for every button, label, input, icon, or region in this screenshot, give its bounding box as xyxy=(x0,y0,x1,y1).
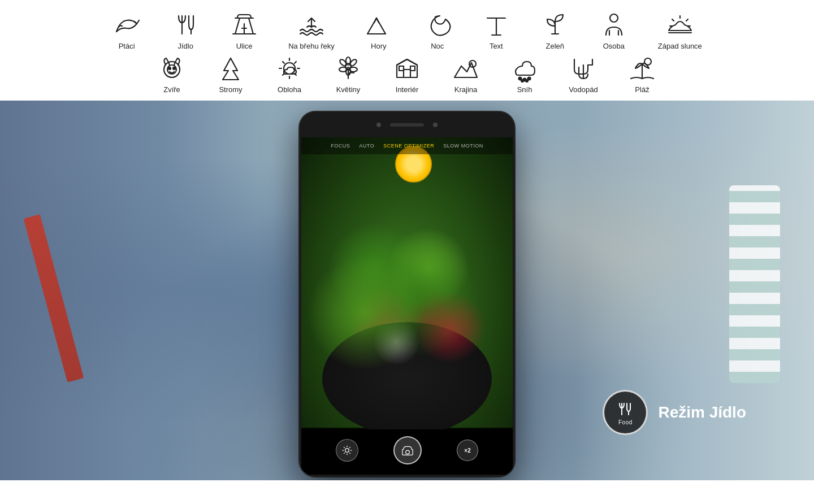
icon-snih[interactable]: Sníh xyxy=(510,54,539,94)
front-camera xyxy=(376,123,381,127)
person-blur-left xyxy=(0,101,271,480)
icon-krajina-label: Krajina xyxy=(454,85,477,94)
icon-zvire[interactable]: Zvíře xyxy=(157,54,187,94)
photo-section: FOCUS AUTO SCENE OPTIMIZER SLOW MOTION xyxy=(0,101,814,480)
camera-mode-bar: FOCUS AUTO SCENE OPTIMIZER SLOW MOTION xyxy=(301,137,513,154)
svg-point-20 xyxy=(168,67,171,69)
icon-interier-label: Interiér xyxy=(396,85,418,94)
icons-row-1: Ptáci Jídlo Ulice xyxy=(112,10,702,50)
icon-osoba[interactable]: Osoba xyxy=(599,10,629,50)
mode-auto[interactable]: AUTO xyxy=(359,143,374,149)
food-icon-label: Food xyxy=(618,419,633,425)
phone-top-bar xyxy=(300,112,514,137)
front-sensor xyxy=(433,123,438,127)
icon-reka[interactable]: Na břehu řeky xyxy=(288,10,335,50)
food-preview xyxy=(301,137,513,429)
shutter-button[interactable] xyxy=(393,436,422,464)
svg-point-44 xyxy=(519,77,522,80)
icon-noc-label: Noc xyxy=(431,42,444,50)
icon-kvetiny[interactable]: Květiny xyxy=(334,54,363,94)
phone-body: FOCUS AUTO SCENE OPTIMIZER SLOW MOTION xyxy=(300,112,514,476)
icon-stromy[interactable]: Stromy xyxy=(216,54,245,94)
svg-point-18 xyxy=(164,62,180,77)
icon-jidlo[interactable]: Jídlo xyxy=(171,10,200,50)
food-mode-text: Režim Jídlo xyxy=(658,403,746,422)
icons-section: Ptáci Jídlo Ulice xyxy=(0,0,814,101)
svg-rect-41 xyxy=(399,66,404,71)
svg-line-30 xyxy=(295,62,296,63)
svg-point-54 xyxy=(406,450,410,454)
icon-obloha[interactable]: Obloha xyxy=(275,54,304,94)
svg-point-21 xyxy=(173,67,175,69)
icon-obloha-label: Obloha xyxy=(278,85,301,94)
food-icon-circle: Food xyxy=(603,390,648,435)
icon-plaz-label: Pláž xyxy=(635,85,649,94)
icon-snih-label: Sníh xyxy=(517,85,532,94)
icon-vodopad[interactable]: Vodopád xyxy=(569,54,598,94)
icon-vodopad-label: Vodopád xyxy=(569,85,597,94)
svg-point-52 xyxy=(644,58,651,65)
icon-zapad-slunce-label: Západ slunce xyxy=(658,42,702,50)
svg-line-12 xyxy=(672,19,674,21)
icon-jidlo-label: Jídlo xyxy=(177,42,193,50)
icon-ptaci-label: Ptáci xyxy=(119,42,135,50)
icon-interier[interactable]: Interiér xyxy=(392,54,422,94)
food-mode-badge: Food Režim Jídlo xyxy=(603,390,746,435)
icon-zvire-label: Zvíře xyxy=(163,85,180,94)
icon-hory[interactable]: Hory xyxy=(364,10,393,50)
icon-ptaci[interactable]: Ptáci xyxy=(112,10,141,50)
icon-noc[interactable]: Noc xyxy=(423,10,452,50)
icon-plaz[interactable]: Pláž xyxy=(627,54,657,94)
svg-point-10 xyxy=(610,14,618,22)
svg-rect-40 xyxy=(404,69,410,77)
svg-point-48 xyxy=(526,80,528,82)
zoom-label: ×2 xyxy=(464,447,470,454)
mode-focus[interactable]: FOCUS xyxy=(331,143,350,149)
icon-zelen-label: Zeleň xyxy=(546,42,565,50)
icon-ulice[interactable]: Ulice xyxy=(230,10,259,50)
lemon-slice xyxy=(395,154,435,174)
icon-osoba-label: Osoba xyxy=(603,42,625,50)
icon-krajina[interactable]: Krajina xyxy=(451,54,480,94)
icon-text[interactable]: Text xyxy=(482,10,511,50)
icon-text-label: Text xyxy=(490,42,503,50)
icon-stromy-label: Stromy xyxy=(219,85,242,94)
icon-reka-label: Na břehu řeky xyxy=(288,42,335,50)
mode-slow-motion[interactable]: SLOW MOTION xyxy=(443,143,483,149)
svg-line-28 xyxy=(283,62,284,63)
svg-line-13 xyxy=(686,19,688,21)
camera-bottom-controls: ×2 xyxy=(301,428,513,473)
icon-zapad-slunce[interactable]: Západ slunce xyxy=(658,10,702,50)
icon-hory-label: Hory xyxy=(371,42,386,50)
striped-bottle xyxy=(729,185,780,383)
camera-screen: FOCUS AUTO SCENE OPTIMIZER SLOW MOTION xyxy=(301,137,513,475)
svg-point-47 xyxy=(521,80,523,82)
camera-settings-button[interactable] xyxy=(336,439,358,462)
phone-device: FOCUS AUTO SCENE OPTIMIZER SLOW MOTION xyxy=(300,112,514,476)
icon-kvetiny-label: Květiny xyxy=(336,85,361,94)
svg-point-53 xyxy=(345,449,349,453)
phone-speaker xyxy=(390,123,424,127)
icon-ulice-label: Ulice xyxy=(236,42,253,50)
icons-row-2: Zvíře Stromy xyxy=(157,54,657,94)
svg-point-46 xyxy=(528,77,531,80)
mode-scene-optimizer[interactable]: SCENE OPTIMIZER xyxy=(383,143,434,149)
zoom-button[interactable]: ×2 xyxy=(457,440,478,461)
svg-rect-42 xyxy=(410,66,415,71)
icon-zelen[interactable]: Zeleň xyxy=(540,10,570,50)
